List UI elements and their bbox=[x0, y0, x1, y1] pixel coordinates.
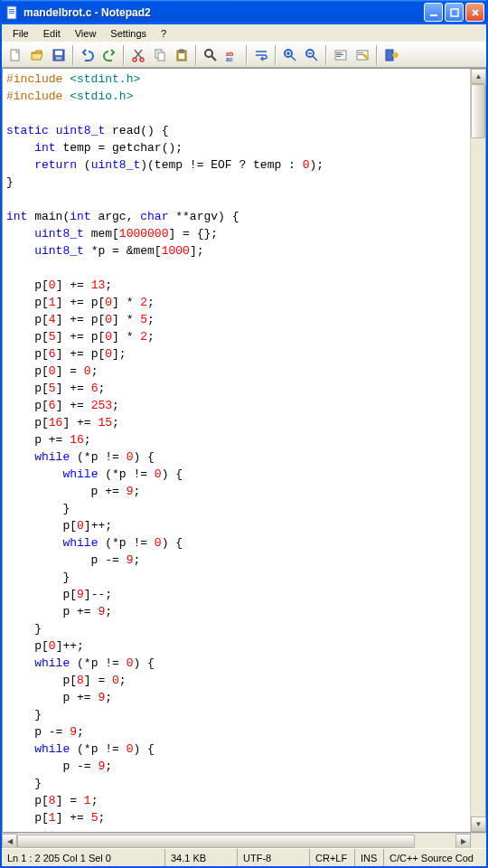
menu-settings[interactable]: Settings bbox=[103, 26, 154, 41]
scroll-down-icon[interactable]: ▼ bbox=[471, 816, 486, 832]
app-window: mandelbrot.c - Notepad2 File Edit View S… bbox=[0, 0, 488, 868]
minimize-button[interactable] bbox=[424, 3, 443, 22]
window-title: mandelbrot.c - Notepad2 bbox=[23, 6, 424, 19]
svg-text:ac: ac bbox=[226, 56, 233, 62]
svg-point-10 bbox=[133, 58, 136, 61]
cut-icon[interactable] bbox=[128, 45, 148, 65]
toolbar-separator bbox=[123, 45, 125, 65]
horizontal-scrollbar[interactable]: ◀ ▶ bbox=[2, 833, 486, 848]
scroll-thumb[interactable] bbox=[471, 84, 485, 138]
toolbar-separator bbox=[376, 45, 378, 65]
statusbar: Ln 1 : 2 205 Col 1 Sel 0 34.1 KB UTF-8 C… bbox=[2, 848, 486, 866]
svg-rect-3 bbox=[9, 13, 14, 14]
svg-point-11 bbox=[140, 58, 144, 61]
paste-icon[interactable] bbox=[172, 45, 192, 65]
new-icon[interactable] bbox=[5, 45, 25, 65]
svg-rect-15 bbox=[180, 50, 183, 52]
vertical-scrollbar[interactable]: ▲ ▼ bbox=[470, 69, 485, 832]
zoomout-icon[interactable] bbox=[302, 45, 322, 65]
scroll-up-icon[interactable]: ▲ bbox=[471, 69, 486, 84]
status-filesize[interactable]: 34.1 KB bbox=[164, 849, 237, 866]
scroll-thumb-h[interactable] bbox=[17, 835, 415, 848]
scroll-left-icon[interactable]: ◀ bbox=[2, 834, 17, 849]
svg-rect-6 bbox=[11, 50, 19, 61]
menu-file[interactable]: File bbox=[5, 26, 36, 41]
scroll-track[interactable] bbox=[471, 138, 485, 816]
svg-rect-29 bbox=[386, 50, 393, 61]
toolbar-separator bbox=[72, 45, 74, 65]
scrollbar-corner bbox=[471, 834, 486, 849]
open-icon[interactable] bbox=[27, 45, 47, 65]
text-editor[interactable]: #include <stdint.h> #include <stdio.h> s… bbox=[3, 69, 470, 832]
titlebar[interactable]: mandelbrot.c - Notepad2 bbox=[2, 0, 486, 24]
save-icon[interactable] bbox=[49, 45, 69, 65]
zoomin-icon[interactable] bbox=[280, 45, 300, 65]
copy-icon[interactable] bbox=[150, 45, 170, 65]
svg-rect-28 bbox=[358, 54, 365, 55]
svg-rect-8 bbox=[55, 51, 62, 55]
status-eol[interactable]: CR+LF bbox=[309, 849, 354, 866]
svg-rect-25 bbox=[336, 56, 341, 57]
svg-rect-16 bbox=[179, 53, 184, 59]
exit-icon[interactable] bbox=[381, 45, 401, 65]
close-button[interactable] bbox=[465, 3, 484, 22]
svg-rect-4 bbox=[430, 14, 437, 16]
scheme-icon[interactable] bbox=[331, 45, 351, 65]
svg-rect-24 bbox=[336, 54, 343, 55]
status-position[interactable]: Ln 1 : 2 205 Col 1 Sel 0 bbox=[2, 849, 164, 866]
redo-icon[interactable] bbox=[99, 45, 119, 65]
menu-help[interactable]: ? bbox=[154, 26, 174, 41]
svg-point-17 bbox=[205, 50, 212, 57]
editor-area: #include <stdint.h> #include <stdio.h> s… bbox=[2, 68, 486, 833]
toolbar-separator bbox=[275, 45, 277, 65]
scroll-right-icon[interactable]: ▶ bbox=[455, 834, 471, 849]
scheme2-icon[interactable] bbox=[352, 45, 372, 65]
scroll-track-h[interactable] bbox=[415, 834, 455, 848]
app-icon bbox=[5, 5, 20, 20]
svg-rect-27 bbox=[358, 52, 363, 53]
toolbar-separator bbox=[195, 45, 197, 65]
svg-rect-13 bbox=[158, 52, 164, 61]
status-lexer[interactable]: C/C++ Source Cod bbox=[383, 849, 486, 866]
toolbar: abac bbox=[2, 42, 486, 68]
status-ovr[interactable]: INS bbox=[354, 849, 383, 866]
replace-icon[interactable]: abac bbox=[222, 45, 242, 65]
svg-rect-23 bbox=[336, 52, 342, 53]
menu-view[interactable]: View bbox=[68, 26, 104, 41]
svg-rect-2 bbox=[9, 11, 14, 12]
maximize-button[interactable] bbox=[445, 3, 464, 22]
find-icon[interactable] bbox=[201, 45, 221, 65]
svg-rect-1 bbox=[9, 9, 14, 10]
toolbar-separator bbox=[325, 45, 327, 65]
toolbar-separator bbox=[246, 45, 248, 65]
svg-rect-9 bbox=[56, 57, 61, 60]
undo-icon[interactable] bbox=[78, 45, 98, 65]
status-encoding[interactable]: UTF-8 bbox=[237, 849, 309, 866]
menu-edit[interactable]: Edit bbox=[36, 26, 68, 41]
svg-rect-5 bbox=[451, 9, 458, 16]
wordwrap-icon[interactable] bbox=[251, 45, 271, 65]
menubar: File Edit View Settings ? bbox=[2, 24, 486, 42]
